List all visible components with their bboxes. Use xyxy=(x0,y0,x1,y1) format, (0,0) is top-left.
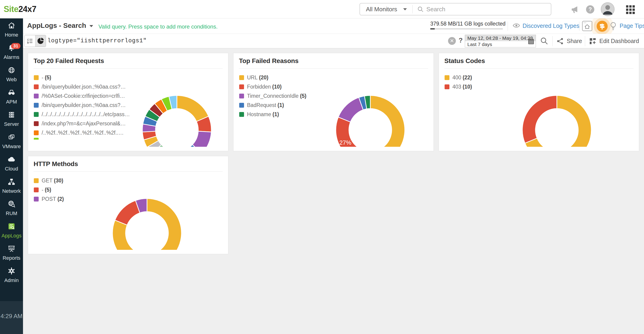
legend-item[interactable]: BadRequest(1) xyxy=(239,100,306,110)
legend-item[interactable]: Forbidden(10) xyxy=(239,82,306,91)
donut-chart[interactable]: 27% xyxy=(334,73,407,147)
sidebar-item-server[interactable]: Server xyxy=(0,108,23,130)
logs-usage-text: 379.58 MB/11 GB logs collected xyxy=(430,21,503,27)
legend-item[interactable]: /index.php?m=&c=AjaxPersonal&… xyxy=(34,119,130,128)
legend-item[interactable]: POST(2) xyxy=(34,194,64,204)
sidebar-item-label: Admin xyxy=(4,278,19,284)
apps-grid-icon[interactable] xyxy=(626,5,635,14)
applogs-icon xyxy=(7,222,16,232)
sidebar-item-admin[interactable]: Admin xyxy=(0,264,23,286)
card-title: Status Codes xyxy=(444,57,485,65)
share-label: Share xyxy=(567,38,582,44)
legend-count: (5) xyxy=(45,74,51,81)
donut-chart[interactable] xyxy=(520,73,594,147)
sidebar-item-label: Home xyxy=(5,32,18,38)
chart-legend: GET(30)-(5)POST(2) xyxy=(34,176,64,204)
sidebar-nav: Home31AlarmsWebAPMServerVMwareCloudNetwo… xyxy=(0,18,23,334)
chart-view-button[interactable] xyxy=(35,35,46,47)
logs-usage-bar xyxy=(430,28,503,30)
legend-label: - xyxy=(42,74,44,81)
clear-query-icon[interactable]: ✕ xyxy=(448,37,456,45)
sidebar-item-applogs[interactable]: AppLogs xyxy=(0,219,23,242)
donut-chart[interactable] xyxy=(110,176,184,250)
legend-item[interactable]: GET(30) xyxy=(34,176,64,185)
legend-item[interactable]: /bin/querybuilder.json.;%0aa.css?… xyxy=(34,82,130,91)
legend-label: /../../../../../../../../../../../../../… xyxy=(42,111,130,118)
page-tips-link[interactable]: Page Tips xyxy=(620,22,644,29)
legend-swatch xyxy=(239,112,244,117)
bulb-icon[interactable] xyxy=(609,22,617,31)
sidebar-item-label: Network xyxy=(2,188,21,194)
search-icon xyxy=(417,6,424,12)
help-icon[interactable]: ? xyxy=(586,5,594,14)
legend-label: POST xyxy=(42,196,56,202)
sidebar-item-alarms[interactable]: 31Alarms xyxy=(0,41,23,63)
donut-chart[interactable] xyxy=(140,73,214,147)
view-toggle-group xyxy=(24,35,46,47)
sidebar-item-label: RUM xyxy=(6,210,17,216)
chevron-down-icon xyxy=(403,8,407,10)
legend-item[interactable]: Hostname(1) xyxy=(239,110,306,119)
global-search xyxy=(412,6,551,13)
default-dashboard-icon[interactable] xyxy=(582,21,592,31)
monitor-scope-label: All Monitors xyxy=(366,6,397,13)
legend-item[interactable]: -(5) xyxy=(34,73,130,82)
page-title-dropdown[interactable]: AppLogs - Search xyxy=(27,22,93,30)
sidebar-item-apm[interactable]: APM xyxy=(0,85,23,108)
list-view-button[interactable] xyxy=(24,35,35,47)
legend-label: BadRequest xyxy=(247,102,276,108)
sidebar-item-home[interactable]: Home xyxy=(0,18,23,41)
donut-segment[interactable] xyxy=(338,98,363,122)
chart-legend: 400(22)403(10) xyxy=(444,73,472,91)
reports-icon xyxy=(7,244,16,254)
legend-item[interactable]: 403(10) xyxy=(444,82,472,91)
share-button[interactable]: Share xyxy=(556,34,582,48)
legend-item[interactable]: /%0ASet-Cookie:crlfinjection=crlfi… xyxy=(34,91,130,100)
legend-item[interactable]: /../../../../../../../../../../../../../… xyxy=(34,110,130,119)
donut-segment[interactable] xyxy=(177,96,208,122)
sidebar-item-reports[interactable]: Reports xyxy=(0,242,23,264)
sidebar-item-network[interactable]: Network xyxy=(0,174,23,197)
legend-label: /bin/querybuilder.json.;%0aa.css?… xyxy=(42,84,126,90)
sidebar-item-label: Server xyxy=(4,121,19,127)
discovered-log-types-link[interactable]: Discovered Log Types xyxy=(522,22,579,29)
run-search-icon[interactable] xyxy=(540,37,548,45)
query-help-icon[interactable]: ? xyxy=(458,36,463,44)
checklist-icon xyxy=(26,38,33,44)
legend-item[interactable]: Timer_ConnectionIdle(5) xyxy=(239,91,306,100)
signpost-tour-button[interactable] xyxy=(596,21,608,32)
legend-item[interactable]: -(5) xyxy=(34,185,64,194)
donut-segment[interactable] xyxy=(192,131,211,147)
donut-segment[interactable] xyxy=(115,200,140,225)
edit-dashboard-button[interactable]: Edit Dashboard xyxy=(589,34,639,48)
title-divider xyxy=(34,171,223,172)
signpost-icon xyxy=(598,22,606,30)
monitor-scope-dropdown[interactable]: All Monitors xyxy=(360,4,412,15)
legend-item[interactable]: 400(22) xyxy=(444,73,472,82)
legend-item[interactable]: /..%2f..%2f..%2f..%2f..%2f..%2f..… xyxy=(34,128,130,137)
donut-segment[interactable] xyxy=(522,96,557,143)
web-icon xyxy=(7,66,16,75)
site24x7-logo[interactable]: Site24x7 xyxy=(4,0,36,18)
legend-count: (5) xyxy=(45,187,51,193)
legend-swatch xyxy=(34,130,39,135)
sidebar-item-vmware[interactable]: VMware xyxy=(0,130,23,152)
page-header: AppLogs - Search Valid query. Press spac… xyxy=(23,18,644,34)
sidebar-item-label: AppLogs xyxy=(2,233,22,239)
alarm-count-badge: 31 xyxy=(11,43,20,49)
legend-item[interactable]: URL(20) xyxy=(239,73,306,82)
apm-icon xyxy=(7,88,16,98)
legend-count: (30) xyxy=(54,178,63,184)
date-range-picker[interactable]: May 12, 04:28 - May 19, 04:28 Last 7 day… xyxy=(465,35,536,48)
query-input[interactable]: logtype="iishttperrorlogs1" xyxy=(48,38,147,44)
legend-label: /bin/querybuilder.json.;%0aa.css?… xyxy=(42,102,126,108)
search-input[interactable] xyxy=(426,6,537,13)
sidebar-item-rum[interactable]: RUM xyxy=(0,197,23,219)
card-http-methods: HTTP MethodsGET(30)-(5)POST(2) xyxy=(28,156,228,254)
user-avatar[interactable] xyxy=(601,2,614,16)
sidebar-item-cloud[interactable]: Cloud xyxy=(0,152,23,174)
legend-item[interactable]: /bin/querybuilder.json.;%0aa.css?… xyxy=(34,100,130,110)
share-icon xyxy=(556,38,564,45)
sidebar-item-web[interactable]: Web xyxy=(0,63,23,85)
announcements-icon[interactable] xyxy=(570,5,580,14)
